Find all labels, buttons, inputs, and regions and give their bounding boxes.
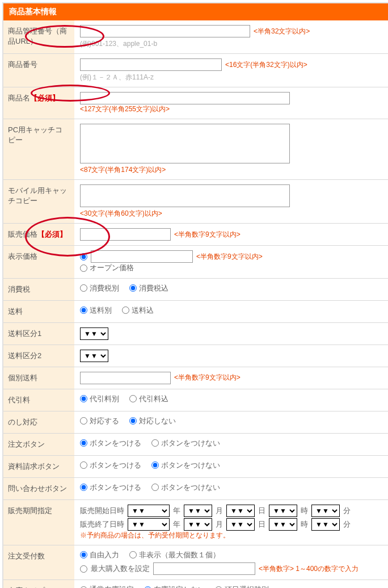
inq-btn-yes-radio[interactable] <box>80 484 87 491</box>
cod-incl-radio[interactable] <box>129 395 137 402</box>
qty-max-radio[interactable] <box>80 565 87 573</box>
end-min-select[interactable]: ▼▼ <box>311 518 340 531</box>
stock-normal-radio[interactable] <box>80 586 87 589</box>
label-price: 販売価格【必須】 <box>3 224 74 246</box>
disp-price-open-radio[interactable] <box>80 264 87 272</box>
label-ind-ship: 個別送料 <box>3 367 74 389</box>
end-hour-select[interactable]: ▼▼ <box>269 518 297 531</box>
label-tax: 消費税 <box>3 278 74 300</box>
cod-excl-radio[interactable] <box>80 395 87 402</box>
qty-free-radio[interactable] <box>80 551 87 558</box>
label-inq-btn: 問い合わせボタン <box>3 477 74 499</box>
tax-incl-radio[interactable] <box>129 284 137 292</box>
start-hour-select[interactable]: ▼▼ <box>269 505 297 517</box>
item-no-example: (例)１－２Ａ、赤111A-z <box>80 73 383 82</box>
doc-btn-yes-radio[interactable] <box>80 461 87 469</box>
label-period: 販売期間指定 <box>3 499 74 545</box>
label-noshi: のし対応 <box>3 411 74 433</box>
inq-btn-no-radio[interactable] <box>151 484 159 491</box>
disp-price-input[interactable] <box>91 250 193 263</box>
price-hint: <半角数字9文字以内> <box>174 230 241 240</box>
stock-option-radio[interactable] <box>215 586 222 589</box>
shipk2-select[interactable]: ▼▼ <box>80 350 108 362</box>
start-month-select[interactable]: ▼▼ <box>184 505 212 517</box>
order-btn-no-radio[interactable] <box>151 439 159 447</box>
label-mb-catch: モバイル用キャッチコピー <box>3 180 74 224</box>
qty-max-input[interactable] <box>153 562 255 575</box>
stock-none-radio[interactable] <box>144 586 151 589</box>
label-ship: 送料 <box>3 300 74 322</box>
item-no-hint: <16文字(半角32文字)以内> <box>225 60 307 70</box>
price-input[interactable] <box>80 228 171 241</box>
label-shipk1: 送料区分1 <box>3 322 74 345</box>
name-input[interactable] <box>80 92 290 104</box>
doc-btn-no-radio[interactable] <box>151 461 159 469</box>
mgmt-no-input[interactable] <box>80 25 250 37</box>
end-day-select[interactable]: ▼▼ <box>226 518 255 531</box>
ship-excl-radio[interactable] <box>80 306 87 314</box>
label-mgmt-no: 商品管理番号（商品URL） <box>3 20 74 54</box>
label-pc-catch: PC用キャッチコピー <box>3 119 74 180</box>
ind-ship-hint: <半角数字9文字以内> <box>174 373 241 383</box>
end-month-select[interactable]: ▼▼ <box>184 518 212 531</box>
label-doc-btn: 資料請求ボタン <box>3 455 74 477</box>
label-name: 商品名【必須】 <box>3 87 74 119</box>
label-cod: 代引料 <box>3 389 74 411</box>
mgmt-no-example: (例)001-123、apple_01-b <box>80 39 383 49</box>
noshi-yes-radio[interactable] <box>80 417 87 425</box>
end-year-select[interactable]: ▼▼ <box>128 518 170 531</box>
label-stock-type: 在庫タイプ <box>3 580 74 589</box>
name-hint: <127文字(半角255文字)以内> <box>80 105 170 113</box>
ind-ship-input[interactable] <box>80 372 171 384</box>
noshi-no-radio[interactable] <box>129 417 137 425</box>
start-min-select[interactable]: ▼▼ <box>311 505 340 517</box>
mb-catch-textarea[interactable] <box>80 184 290 207</box>
disp-price-hint: <半角数字9文字以内> <box>196 252 263 262</box>
start-year-select[interactable]: ▼▼ <box>128 505 170 517</box>
pc-catch-hint: <87文字(半角174文字)以内> <box>80 166 166 174</box>
qty-hide-radio[interactable] <box>129 551 137 558</box>
label-disp-price: 表示価格 <box>3 246 74 279</box>
panel-header: 商品基本情報 <box>3 3 388 20</box>
shipk1-select[interactable]: ▼▼ <box>80 327 108 340</box>
period-note: ※予約商品の場合は、予約受付期間となります。 <box>80 531 230 539</box>
pc-catch-textarea[interactable] <box>80 124 290 163</box>
label-order-btn: 注文ボタン <box>3 433 74 455</box>
mgmt-no-hint: <半角32文字以内> <box>254 27 310 36</box>
ship-incl-radio[interactable] <box>122 306 129 314</box>
label-qty: 注文受付数 <box>3 545 74 580</box>
disp-price-custom-radio[interactable] <box>80 253 87 261</box>
label-item-no: 商品番号 <box>3 54 74 87</box>
order-btn-yes-radio[interactable] <box>80 439 87 447</box>
qty-hint: <半角数字> 1～400の数字で入力 <box>259 564 359 574</box>
start-day-select[interactable]: ▼▼ <box>226 505 255 517</box>
tax-excl-radio[interactable] <box>80 284 87 292</box>
mb-catch-hint: <30文字(半角60文字)以内> <box>80 209 162 217</box>
label-shipk2: 送料区分2 <box>3 345 74 367</box>
item-no-input[interactable] <box>80 58 222 71</box>
